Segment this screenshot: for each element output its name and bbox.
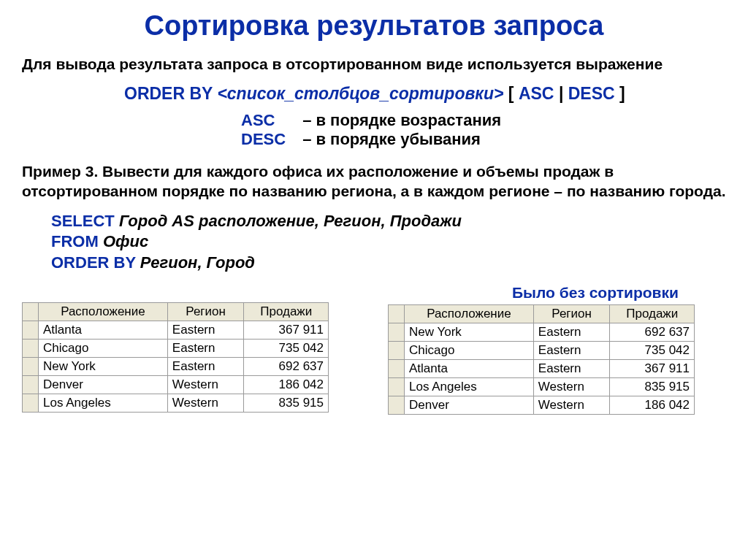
intro-text: Для вывода результата запроса в отсортир… — [22, 55, 726, 74]
row-selector — [389, 341, 405, 359]
unsorted-table-container: Было без сортировки Расположение Регион … — [388, 284, 726, 415]
cell-sales: 735 042 — [610, 341, 695, 359]
col-sales: Продажи — [610, 304, 695, 323]
row-selector — [23, 375, 39, 394]
cell-region: Eastern — [167, 357, 244, 375]
cell-sales: 186 042 — [244, 375, 329, 394]
table-row: Los AngelesWestern835 915 — [389, 377, 695, 396]
row-selector — [389, 323, 405, 341]
unsorted-caption: Было без сортировки — [512, 284, 726, 302]
col-location: Расположение — [39, 302, 168, 321]
table-row: ChicagoEastern735 042 — [389, 341, 695, 359]
cell-region: Eastern — [167, 339, 244, 357]
orderby-kw: ORDER BY — [51, 253, 136, 272]
asc-descr: – в порядке возрастания — [302, 111, 501, 129]
bracket-close: ] — [619, 84, 625, 103]
cell-sales: 735 042 — [244, 339, 329, 357]
table-row: New YorkEastern692 637 — [23, 357, 329, 375]
pipe-separator: | — [559, 84, 563, 103]
desc-keyword: DESC — [568, 84, 615, 103]
orderby-keyword: ORDER BY — [124, 84, 213, 103]
row-selector — [23, 339, 39, 357]
asc-explain: ASC – в порядке возрастания — [241, 111, 726, 130]
cell-location: Los Angeles — [405, 377, 534, 396]
cell-location: Atlanta — [39, 321, 168, 339]
cell-location: Chicago — [39, 339, 168, 357]
cell-location: Denver — [405, 396, 534, 414]
table-row: DenverWestern186 042 — [23, 375, 329, 394]
bracket-open: [ — [508, 84, 514, 103]
asc-label: ASC — [241, 111, 298, 130]
cell-region: Western — [167, 394, 244, 412]
cell-region: Eastern — [533, 323, 610, 341]
cell-sales: 367 911 — [244, 321, 329, 339]
table-row: AtlantaEastern367 911 — [389, 359, 695, 377]
desc-label: DESC — [241, 130, 298, 149]
cell-location: Denver — [39, 375, 168, 394]
cell-location: Atlanta — [405, 359, 534, 377]
syntax-expression: ORDER BY <список_столбцов_сортировки> [ … — [124, 84, 726, 104]
desc-explain: DESC – в порядке убывания — [241, 130, 726, 149]
cell-sales: 835 915 — [610, 377, 695, 396]
row-selector — [23, 357, 39, 375]
cell-sales: 186 042 — [610, 396, 695, 414]
table-row: Los AngelesWestern835 915 — [23, 394, 329, 412]
cell-region: Eastern — [533, 341, 610, 359]
col-location: Расположение — [405, 304, 534, 323]
table-row: ChicagoEastern735 042 — [23, 339, 329, 357]
cell-sales: 692 637 — [244, 357, 329, 375]
cell-region: Eastern — [167, 321, 244, 339]
table-row: DenverWestern186 042 — [389, 396, 695, 414]
corner-cell — [23, 302, 39, 321]
from-args: Офис — [103, 232, 148, 250]
slide-title: Сортировка результатов запроса — [22, 10, 726, 42]
col-region: Регион — [167, 302, 244, 321]
from-kw: FROM — [51, 232, 99, 250]
table-row: AtlantaEastern367 911 — [23, 321, 329, 339]
cell-location: New York — [39, 357, 168, 375]
cell-region: Western — [533, 396, 610, 414]
table-header-row: Расположение Регион Продажи — [389, 304, 695, 323]
col-sales: Продажи — [244, 302, 329, 321]
cell-location: New York — [405, 323, 534, 341]
sorted-table: Расположение Регион Продажи AtlantaEaste… — [22, 302, 329, 413]
asc-keyword: ASC — [519, 84, 554, 103]
row-selector — [389, 396, 405, 414]
cell-sales: 367 911 — [610, 359, 695, 377]
corner-cell — [389, 304, 405, 323]
row-selector — [389, 377, 405, 396]
row-selector — [389, 359, 405, 377]
desc-descr: – в порядке убывания — [302, 130, 481, 148]
select-args: Город AS расположение, Регион, Продажи — [119, 212, 462, 230]
table-row: New YorkEastern692 637 — [389, 323, 695, 341]
orderby-args: Регион, Город — [140, 253, 255, 272]
cell-sales: 692 637 — [610, 323, 695, 341]
sql-query: SELECT Город AS расположение, Регион, Пр… — [51, 211, 726, 274]
cell-region: Western — [167, 375, 244, 394]
row-selector — [23, 394, 39, 412]
table-header-row: Расположение Регион Продажи — [23, 302, 329, 321]
sorted-table-container: Расположение Регион Продажи AtlantaEaste… — [22, 284, 360, 413]
row-selector — [23, 321, 39, 339]
cell-region: Eastern — [533, 359, 610, 377]
cell-location: Los Angeles — [39, 394, 168, 412]
cell-location: Chicago — [405, 341, 534, 359]
unsorted-table: Расположение Регион Продажи New YorkEast… — [388, 304, 695, 415]
select-kw: SELECT — [51, 212, 115, 230]
example-text: Пример 3. Вывести для каждого офиса их р… — [22, 162, 726, 201]
cell-sales: 835 915 — [244, 394, 329, 412]
cell-region: Western — [533, 377, 610, 396]
orderby-placeholder: <список_столбцов_сортировки> — [217, 84, 503, 103]
col-region: Регион — [533, 304, 610, 323]
